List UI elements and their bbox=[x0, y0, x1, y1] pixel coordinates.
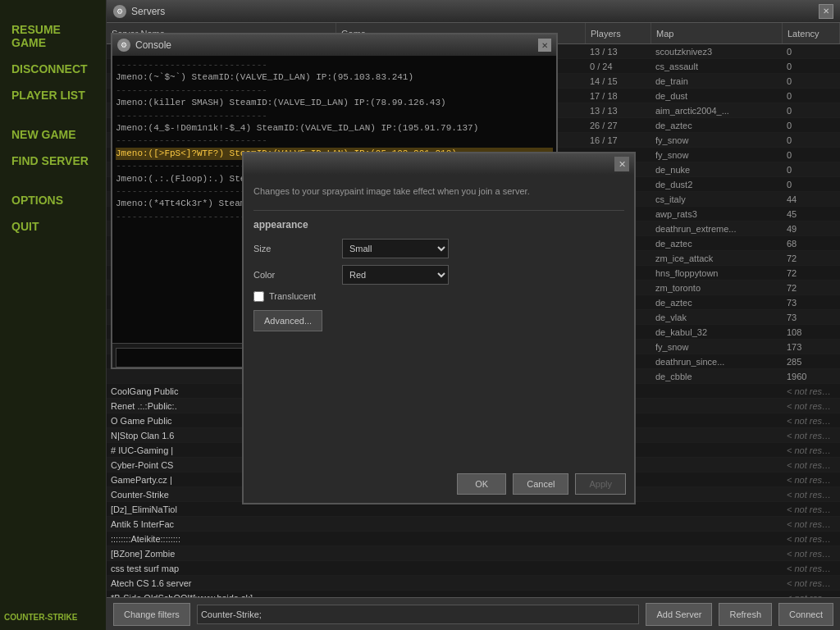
change-filters-button[interactable]: Change filters bbox=[113, 603, 190, 626]
menu-options[interactable]: Options bbox=[8, 187, 98, 213]
settings-note-section: Changes to your spraypaint image take ef… bbox=[253, 185, 624, 199]
settings-titlebar: ✕ bbox=[244, 153, 634, 175]
color-row: Color Red Blue Green bbox=[253, 265, 624, 285]
settings-dialog: ✕ Changes to your spraypaint image take … bbox=[242, 152, 636, 504]
color-label: Color bbox=[253, 270, 336, 280]
table-row[interactable]: [BZone] Zombie< not responding > bbox=[107, 546, 840, 561]
menu-find-server[interactable]: Find Server bbox=[8, 148, 98, 174]
filter-input[interactable] bbox=[197, 605, 640, 624]
console-line: ---------------------------- bbox=[116, 84, 553, 97]
table-row[interactable]: *B-Side OldSchOOl*[www.bside.sk]< not re… bbox=[107, 591, 840, 597]
game-logo: COUNTER-STRIKE bbox=[4, 613, 77, 622]
translucent-checkbox[interactable] bbox=[253, 291, 264, 302]
cancel-button[interactable]: Cancel bbox=[513, 473, 568, 495]
menu-items: Resume game Disconnect Player list New G… bbox=[0, 0, 106, 256]
translucent-label: Translucent bbox=[269, 291, 316, 301]
settings-content: Changes to your spraypaint image take ef… bbox=[244, 175, 634, 341]
ok-button[interactable]: OK bbox=[457, 473, 506, 495]
console-steam-icon: ⚙ bbox=[117, 39, 130, 52]
settings-footer: OK Cancel Apply bbox=[457, 473, 626, 495]
servers-close-button[interactable]: ✕ bbox=[819, 4, 833, 19]
appearance-title: appearance bbox=[253, 219, 624, 231]
appearance-section: appearance Size Small Medium Large Color… bbox=[253, 210, 624, 331]
console-title: Console bbox=[135, 39, 538, 51]
left-sidebar: Resume game Disconnect Player list New G… bbox=[0, 0, 107, 630]
console-line: Jmeno:(killer SMASH) SteamID:(VALVE_ID_L… bbox=[116, 97, 553, 109]
menu-quit[interactable]: Quit bbox=[8, 213, 98, 240]
translucent-row: Translucent bbox=[253, 291, 624, 302]
size-row: Size Small Medium Large bbox=[253, 239, 624, 258]
col-map[interactable]: Map bbox=[651, 23, 783, 43]
col-players[interactable]: Players bbox=[586, 23, 651, 43]
menu-disconnect[interactable]: Disconnect bbox=[8, 56, 98, 82]
servers-window-title: Servers bbox=[131, 6, 819, 17]
settings-note: Changes to your spraypaint image take ef… bbox=[253, 185, 624, 199]
console-line: Jmeno:(~`$~`) SteamID:(VALVE_ID_LAN) IP:… bbox=[116, 71, 553, 84]
refresh-button[interactable]: Refresh bbox=[719, 603, 772, 626]
settings-close-button[interactable]: ✕ bbox=[614, 157, 629, 171]
bottom-toolbar: Change filters Add Server Refresh Connec… bbox=[107, 597, 840, 630]
menu-new-game[interactable]: New Game bbox=[8, 121, 98, 148]
apply-button[interactable]: Apply bbox=[575, 473, 626, 495]
steam-icon: ⚙ bbox=[113, 5, 126, 18]
console-line: ---------------------------- bbox=[116, 110, 553, 122]
table-row[interactable]: ::::::::Ateikite::::::::< not responding… bbox=[107, 532, 840, 546]
console-line: ---------------------------- bbox=[116, 59, 553, 71]
console-titlebar: ⚙ Console ✕ bbox=[112, 34, 556, 56]
size-select[interactable]: Small Medium Large bbox=[342, 239, 449, 258]
console-line: Jmeno:(4_$-!D0m1n1k!-$_4) SteamID:(VALVE… bbox=[116, 122, 553, 135]
table-row[interactable]: css test surf map< not responding > bbox=[107, 561, 840, 576]
color-select[interactable]: Red Blue Green bbox=[342, 265, 449, 285]
add-server-button[interactable]: Add Server bbox=[646, 603, 712, 626]
console-close-button[interactable]: ✕ bbox=[538, 39, 551, 52]
table-row[interactable]: Antik 5 InterFac< not responding > bbox=[107, 517, 840, 532]
table-row[interactable]: Atech CS 1.6 server< not responding > bbox=[107, 576, 840, 591]
console-line: ---------------------------- bbox=[116, 135, 553, 147]
servers-titlebar: ⚙ Servers ✕ bbox=[107, 0, 840, 23]
menu-resume-game[interactable]: Resume game bbox=[8, 16, 98, 56]
menu-player-list[interactable]: Player list bbox=[8, 82, 98, 108]
size-label: Size bbox=[253, 244, 336, 253]
connect-button[interactable]: Connect bbox=[778, 603, 833, 626]
col-latency[interactable]: Latency bbox=[783, 23, 840, 43]
advanced-button[interactable]: Advanced... bbox=[253, 310, 322, 331]
